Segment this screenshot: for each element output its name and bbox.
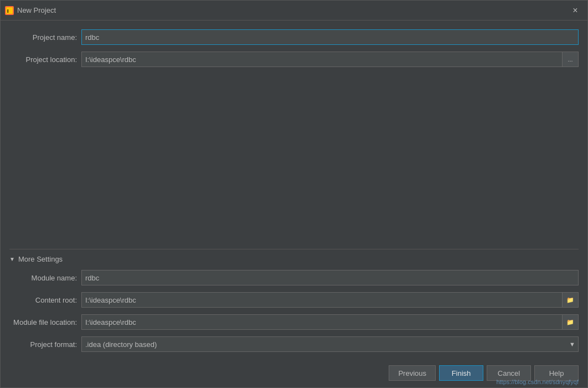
- dialog-content: Project name: Project location: ... ▼ Mo…: [1, 21, 587, 359]
- project-location-browse-button[interactable]: ...: [562, 52, 579, 67]
- module-file-location-input[interactable]: [81, 314, 562, 330]
- watermark-text: https://blog.csdn.net/sdnyqfyqf: [496, 379, 579, 385]
- project-location-input-group: ...: [81, 52, 579, 67]
- project-location-input[interactable]: [81, 52, 562, 67]
- project-name-row: Project name:: [9, 29, 579, 45]
- project-location-label: Project location:: [9, 55, 81, 64]
- title-bar: I New Project ×: [1, 1, 587, 21]
- svg-text:I: I: [7, 8, 9, 14]
- module-file-location-browse-button[interactable]: 📁: [562, 314, 579, 330]
- module-file-location-row: Module file location: 📁: [9, 314, 579, 330]
- previous-button[interactable]: Previous: [389, 365, 436, 381]
- title-bar-left: I New Project: [5, 6, 56, 15]
- finish-button[interactable]: Finish: [439, 365, 483, 381]
- dialog-footer: Previous Finish Cancel Help https://blog…: [1, 359, 587, 387]
- content-root-input[interactable]: [81, 292, 562, 308]
- more-settings-label: More Settings: [18, 255, 63, 263]
- app-icon: I: [5, 6, 14, 15]
- content-spacer: [9, 74, 579, 249]
- module-name-row: Module name:: [9, 270, 579, 285]
- more-settings-fields: Module name: Content root: 📁 Module f: [9, 270, 579, 352]
- content-root-label: Content root:: [9, 296, 81, 304]
- folder-icon: 📁: [566, 319, 574, 326]
- dialog-title: New Project: [17, 6, 56, 14]
- new-project-dialog: I New Project × Project name: Project lo…: [0, 0, 588, 388]
- project-format-row: Project format: .idea (directory based) …: [9, 336, 579, 352]
- close-button[interactable]: ×: [568, 3, 583, 18]
- project-location-row: Project location: ...: [9, 52, 579, 67]
- project-format-label: Project format:: [9, 340, 81, 349]
- more-settings-toggle[interactable]: ▼ More Settings: [9, 254, 579, 264]
- module-name-label: Module name:: [9, 274, 81, 282]
- content-root-row: Content root: 📁: [9, 292, 579, 308]
- project-format-select[interactable]: .idea (directory based) .ipr (file based…: [81, 336, 579, 352]
- project-format-wrapper: .idea (directory based) .ipr (file based…: [81, 336, 579, 352]
- content-root-browse-button[interactable]: 📁: [562, 292, 579, 308]
- chevron-down-icon: ▼: [9, 256, 15, 262]
- module-name-input[interactable]: [81, 270, 579, 285]
- project-name-label: Project name:: [9, 33, 81, 42]
- content-root-input-group: 📁: [81, 292, 579, 308]
- more-settings-section: ▼ More Settings Module name: Content roo…: [9, 249, 579, 359]
- module-file-location-label: Module file location:: [9, 318, 81, 326]
- project-name-input[interactable]: [81, 29, 579, 45]
- module-file-location-input-group: 📁: [81, 314, 579, 330]
- folder-icon: 📁: [566, 297, 574, 304]
